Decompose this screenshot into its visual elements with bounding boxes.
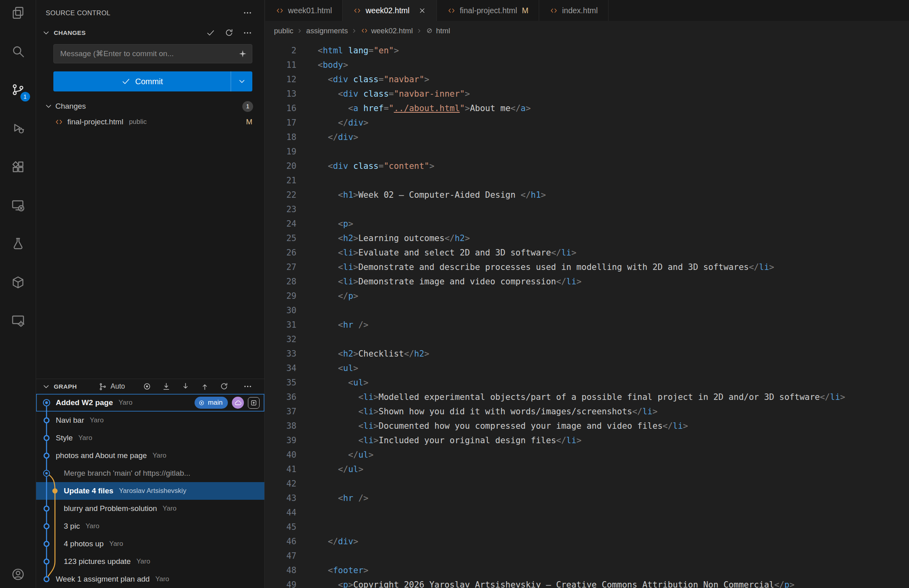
graph-auto-toggle[interactable]: Auto	[98, 382, 125, 391]
activity-bar-item-remote-explorer[interactable]	[0, 186, 36, 225]
line-number: 39	[265, 433, 296, 448]
code-line[interactable]: 33 <h2>Checklist</h2>	[265, 347, 909, 361]
commit-row[interactable]: 123 pictures updateYaro	[36, 553, 264, 570]
fetch-icon[interactable]	[162, 382, 171, 391]
refresh-icon[interactable]	[224, 28, 234, 38]
code-line[interactable]: 39 <li>Included your original design fil…	[265, 433, 909, 448]
code-line[interactable]: 17 </div>	[265, 116, 909, 130]
code-line[interactable]: 30	[265, 303, 909, 318]
code-line[interactable]: 48 <footer>	[265, 563, 909, 578]
activity-bar-item-extensions[interactable]	[0, 148, 36, 186]
code-line[interactable]: 43 <hr />	[265, 491, 909, 505]
activity-bar-item-run-and-debug[interactable]	[0, 109, 36, 148]
code-line[interactable]: 32	[265, 332, 909, 347]
code-line[interactable]: 16 <a href="../about.html">About me</a>	[265, 101, 909, 116]
branch-badge-main[interactable]: main	[195, 397, 228, 409]
code-line[interactable]: 27 <li>Demonstrate and describe processe…	[265, 260, 909, 274]
code-line[interactable]: 21	[265, 173, 909, 188]
sparkle-generate-message-icon[interactable]	[238, 49, 248, 59]
breadcrumb-item-html[interactable]: html	[426, 26, 450, 35]
breadcrumb-item-public[interactable]: public	[274, 26, 293, 35]
code-line[interactable]: 44	[265, 505, 909, 520]
editor-tab-index.html[interactable]: index.html	[539, 0, 609, 21]
code-line[interactable]: 37 <li>Shown how you did it with words/i…	[265, 404, 909, 419]
code-line[interactable]: 26 <li>Evaluate and select 2D and 3D sof…	[265, 245, 909, 260]
changes-group-row[interactable]: Changes 1	[36, 99, 264, 114]
html-file-icon	[447, 6, 456, 15]
close-tab-icon[interactable]	[418, 7, 426, 14]
pull-icon[interactable]	[181, 382, 190, 391]
commit-row[interactable]: 4 photos upYaro	[36, 535, 264, 553]
code-line[interactable]: 42	[265, 476, 909, 491]
code-line[interactable]: 25 <h2>Learning outcomes</h2>	[265, 231, 909, 245]
commit-all-check-icon[interactable]	[206, 28, 215, 38]
activity-bar-item-package-explorer[interactable]	[0, 263, 36, 302]
code-editor[interactable]: 2<html lang="en">11<body>12 <div class="…	[265, 41, 909, 588]
code-line[interactable]: 38 <li>Documented how you compressed you…	[265, 419, 909, 433]
commit-row[interactable]: Merge branch 'main' of https://gitlab...	[36, 464, 264, 482]
commit-button-main[interactable]: Commit	[53, 71, 231, 91]
commit-row[interactable]: Added W2 pageYaromain	[36, 394, 264, 412]
code-line[interactable]: 13 <div class="navbar-inner">	[265, 87, 909, 101]
package-explorer-icon	[11, 275, 25, 290]
code-line[interactable]: 22 <h1>Week 02 — Computer-Aided Design <…	[265, 188, 909, 202]
code-line[interactable]: 20 <div class="content">	[265, 159, 909, 173]
line-number: 49	[265, 578, 296, 588]
breadcrumb-item-week02.html[interactable]: week02.html	[361, 26, 413, 35]
code-line[interactable]: 28 <li>Demonstrate image and video compr…	[265, 274, 909, 289]
code-line[interactable]: 23	[265, 202, 909, 217]
code-line[interactable]: 11<body>	[265, 58, 909, 72]
push-icon[interactable]	[200, 382, 209, 391]
code-line[interactable]: 19	[265, 144, 909, 159]
commit-row[interactable]: Navi barYaro	[36, 412, 264, 429]
code-line[interactable]: 45	[265, 520, 909, 534]
html-file-icon	[550, 6, 558, 15]
changed-file-row[interactable]: final-project.html public M	[36, 114, 264, 130]
changes-section-header[interactable]: CHANGES	[36, 26, 264, 40]
code-line[interactable]: 24 <p>	[265, 217, 909, 231]
code-line[interactable]: 36 <li>Modelled experimental objects/par…	[265, 390, 909, 404]
code-line[interactable]: 2<html lang="en">	[265, 43, 909, 58]
activity-bar-item-source-control[interactable]: 1	[0, 71, 36, 109]
graph-section-header[interactable]: GRAPH Auto	[36, 379, 264, 394]
refresh-icon[interactable]	[219, 382, 229, 391]
commit-row[interactable]: Update 4 filesYaroslav Artsishevskiy	[36, 482, 264, 500]
code-line[interactable]: 40 </ul>	[265, 448, 909, 462]
commit-button[interactable]: Commit	[53, 71, 252, 91]
editor-tab-week02.html[interactable]: week02.html	[343, 0, 436, 21]
editor-tab-final-project.html[interactable]: final-project.htmlM	[437, 0, 539, 21]
source-control-more-actions-icon[interactable]	[243, 8, 252, 18]
commit-button-dropdown[interactable]	[231, 71, 252, 91]
code-line[interactable]: 41 </ul>	[265, 462, 909, 476]
commit-row[interactable]: Week 1 assigment plan addYaro	[36, 570, 264, 588]
activity-bar-item-search[interactable]	[0, 32, 36, 71]
commit-row[interactable]: photos and About me pageYaro	[36, 447, 264, 464]
code-line[interactable]: 29 </p>	[265, 289, 909, 303]
commit-row[interactable]: blurry and Problem-solutionYaro	[36, 500, 264, 517]
commit-message-input[interactable]	[53, 44, 252, 63]
graph-more-actions-icon[interactable]	[243, 382, 252, 391]
code-line[interactable]: 35 <ul>	[265, 375, 909, 390]
target-icon[interactable]	[142, 382, 152, 391]
code-line[interactable]: 31 <hr />	[265, 318, 909, 332]
editor-tab-week01.html[interactable]: week01.html	[265, 0, 343, 21]
code-line[interactable]: 47	[265, 549, 909, 563]
code-line-content: <p>Copyright 2026 Yaroslav Artsishevskiy…	[296, 578, 795, 588]
commit-row[interactable]: 3 picYaro	[36, 517, 264, 535]
code-line[interactable]: 18 </div>	[265, 130, 909, 144]
code-line[interactable]: 12 <div class="navbar">	[265, 72, 909, 87]
activity-bar-item-tools-panel[interactable]	[0, 302, 36, 340]
breadcrumb-item-assignments[interactable]: assignments	[306, 26, 348, 35]
commit-row[interactable]: StyleYaro	[36, 429, 264, 447]
code-line[interactable]: 34 <ul>	[265, 361, 909, 375]
activity-bar-item-account[interactable]	[0, 562, 36, 587]
commit-author: Yaro	[85, 522, 99, 530]
activity-bar-item-testing[interactable]	[0, 225, 36, 263]
activity-bar-item-explorer[interactable]	[0, 0, 36, 32]
publish-badge[interactable]	[248, 397, 260, 409]
changes-more-actions-icon[interactable]	[243, 28, 252, 38]
upload-icon	[250, 399, 257, 406]
remote-cloud-badge[interactable]	[232, 397, 244, 409]
code-line[interactable]: 46 </div>	[265, 534, 909, 549]
code-line[interactable]: 49 <p>Copyright 2026 Yaroslav Artsishevs…	[265, 578, 909, 588]
